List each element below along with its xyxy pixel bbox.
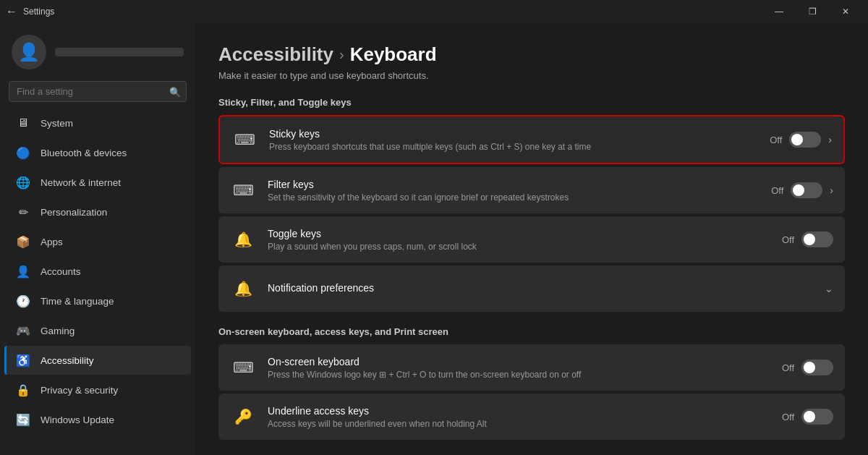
sidebar-item-accounts[interactable]: 👤 Accounts xyxy=(4,257,191,286)
nav-label-apps: Apps xyxy=(41,237,63,247)
sidebar-item-privacy[interactable]: 🔒 Privacy & security xyxy=(4,375,191,404)
setting-text-onscreen-keyboard: On-screen keyboard Press the Windows log… xyxy=(268,356,770,380)
back-button[interactable]: ← xyxy=(6,5,17,18)
setting-desc-filter-keys: Set the sensitivity of the keyboard so i… xyxy=(268,192,760,203)
setting-toggle-keys[interactable]: 🔔 Toggle keys Play a sound when you pres… xyxy=(218,216,845,263)
toggle-onscreen-keyboard[interactable] xyxy=(801,360,833,375)
user-section: 👤 xyxy=(0,23,195,78)
nav-label-privacy: Privacy & security xyxy=(41,385,118,396)
search-box: 🔍 xyxy=(9,81,187,102)
search-icon: 🔍 xyxy=(169,86,181,97)
user-icon: 👤 xyxy=(18,42,40,62)
sidebar-item-apps[interactable]: 📦 Apps xyxy=(4,227,191,256)
nav-icon-apps: 📦 xyxy=(16,234,30,249)
page-subtitle: Make it easier to type and use keyboard … xyxy=(218,70,845,81)
avatar: 👤 xyxy=(12,35,46,69)
sidebar: 👤 🔍 🖥 System 🔵 Bluetooth & devices 🌐 Net… xyxy=(0,23,195,455)
breadcrumb-current: Keyboard xyxy=(350,43,437,66)
setting-text-sticky-keys: Sticky keys Press keyboard shortcuts tha… xyxy=(269,128,758,152)
search-input[interactable] xyxy=(9,81,187,102)
setting-icon-onscreen-keyboard: ⌨ xyxy=(230,354,256,380)
nav-label-accessibility: Accessibility xyxy=(41,355,94,366)
setting-name-sticky-keys: Sticky keys xyxy=(269,128,758,140)
setting-sticky-keys[interactable]: ⌨ Sticky keys Press keyboard shortcuts t… xyxy=(218,115,845,164)
nav-icon-gaming: 🎮 xyxy=(16,323,30,338)
setting-underline-access[interactable]: 🔑 Underline access keys Access keys will… xyxy=(218,394,845,440)
setting-text-toggle-keys: Toggle keys Play a sound when you press … xyxy=(268,228,770,252)
breadcrumb-separator: › xyxy=(339,46,344,63)
chevron-down-icon: ⌄ xyxy=(825,283,833,294)
nav-label-personalization: Personalization xyxy=(41,207,107,218)
nav-icon-privacy: 🔒 xyxy=(16,383,30,397)
close-button[interactable]: ✕ xyxy=(829,0,862,23)
setting-icon-underline-access: 🔑 xyxy=(230,404,256,430)
setting-status-onscreen-keyboard: Off xyxy=(782,362,794,373)
setting-text-notification-prefs: Notification preferences xyxy=(268,282,813,296)
setting-filter-keys[interactable]: ⌨ Filter keys Set the sensitivity of the… xyxy=(218,167,845,213)
section2-title: On-screen keyboard, access keys, and Pri… xyxy=(218,326,845,337)
nav-icon-network: 🌐 xyxy=(16,175,30,190)
nav-icon-accounts: 👤 xyxy=(16,264,30,278)
setting-onscreen-keyboard[interactable]: ⌨ On-screen keyboard Press the Windows l… xyxy=(218,344,845,391)
nav-label-time: Time & language xyxy=(41,296,114,307)
nav-label-gaming: Gaming xyxy=(41,326,75,336)
setting-icon-sticky-keys: ⌨ xyxy=(231,127,258,153)
toggle-toggle-keys[interactable] xyxy=(801,231,833,247)
minimize-button[interactable]: — xyxy=(762,0,796,23)
setting-right-notification-prefs: ⌄ xyxy=(825,283,833,294)
section1-title: Sticky, Filter, and Toggle keys xyxy=(218,97,845,108)
setting-desc-sticky-keys: Press keyboard shortcuts that use multip… xyxy=(269,142,758,152)
setting-name-underline-access: Underline access keys xyxy=(268,405,770,417)
sidebar-nav: 🖥 System 🔵 Bluetooth & devices 🌐 Network… xyxy=(0,108,195,435)
sidebar-item-system[interactable]: 🖥 System xyxy=(4,109,191,137)
sidebar-item-time[interactable]: 🕐 Time & language xyxy=(4,286,191,315)
sidebar-item-network[interactable]: 🌐 Network & internet xyxy=(4,168,191,197)
toggle-underline-access[interactable] xyxy=(801,409,833,425)
chevron-right-icon: › xyxy=(828,134,832,145)
nav-icon-personalization: ✏ xyxy=(16,205,30,219)
sidebar-item-bluetooth[interactable]: 🔵 Bluetooth & devices xyxy=(4,138,191,167)
user-name-bar xyxy=(55,48,184,56)
setting-notification-prefs[interactable]: 🔔 Notification preferences ⌄ xyxy=(218,265,845,312)
nav-icon-accessibility: ♿ xyxy=(16,353,30,367)
setting-status-sticky-keys: Off xyxy=(770,135,782,145)
app-body: 👤 🔍 🖥 System 🔵 Bluetooth & devices 🌐 Net… xyxy=(0,23,868,455)
sidebar-item-accessibility[interactable]: ♿ Accessibility xyxy=(4,346,191,375)
setting-desc-onscreen-keyboard: Press the Windows logo key ⊞ + Ctrl + O … xyxy=(268,370,770,380)
toggle-filter-keys[interactable] xyxy=(791,182,822,198)
setting-status-underline-access: Off xyxy=(782,412,794,422)
titlebar: ← Settings — ❐ ✕ xyxy=(0,0,868,23)
sidebar-item-gaming[interactable]: 🎮 Gaming xyxy=(4,316,191,345)
setting-icon-toggle-keys: 🔔 xyxy=(230,226,256,252)
setting-status-filter-keys: Off xyxy=(771,185,783,196)
nav-label-update: Windows Update xyxy=(41,414,114,425)
toggle-sticky-keys[interactable] xyxy=(789,132,821,148)
setting-name-toggle-keys: Toggle keys xyxy=(268,228,770,239)
breadcrumb: Accessibility › Keyboard xyxy=(218,43,845,66)
maximize-button[interactable]: ❐ xyxy=(796,0,829,23)
setting-right-sticky-keys: Off › xyxy=(770,132,832,148)
breadcrumb-parent: Accessibility xyxy=(218,43,333,66)
nav-label-network: Network & internet xyxy=(41,177,121,188)
nav-icon-time: 🕐 xyxy=(16,294,30,308)
nav-label-accounts: Accounts xyxy=(41,266,81,277)
nav-icon-system: 🖥 xyxy=(16,116,30,130)
setting-name-notification-prefs: Notification preferences xyxy=(268,282,813,294)
titlebar-left: ← Settings xyxy=(6,5,54,18)
setting-icon-notification-prefs: 🔔 xyxy=(230,276,256,302)
sidebar-item-personalization[interactable]: ✏ Personalization xyxy=(4,197,191,226)
sidebar-item-update[interactable]: 🔄 Windows Update xyxy=(4,405,191,434)
chevron-right-icon: › xyxy=(830,184,833,196)
nav-icon-update: 🔄 xyxy=(16,412,30,427)
setting-desc-toggle-keys: Play a sound when you press caps, num, o… xyxy=(268,242,770,252)
setting-right-underline-access: Off xyxy=(782,409,833,425)
setting-name-onscreen-keyboard: On-screen keyboard xyxy=(268,356,770,367)
setting-text-filter-keys: Filter keys Set the sensitivity of the k… xyxy=(268,179,760,203)
setting-text-underline-access: Underline access keys Access keys will b… xyxy=(268,405,770,429)
titlebar-controls: — ❐ ✕ xyxy=(762,0,862,23)
settings-list: ⌨ Sticky keys Press keyboard shortcuts t… xyxy=(218,115,845,312)
setting-desc-underline-access: Access keys will be underlined even when… xyxy=(268,419,770,429)
setting-right-toggle-keys: Off xyxy=(782,231,833,247)
setting-name-filter-keys: Filter keys xyxy=(268,179,760,190)
nav-label-system: System xyxy=(41,118,73,129)
